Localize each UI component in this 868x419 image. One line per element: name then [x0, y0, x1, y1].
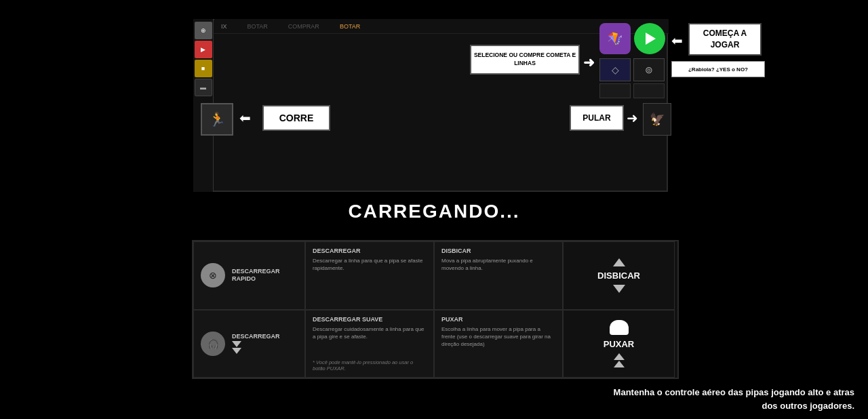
purple-icon[interactable]: 🪁: [599, 23, 631, 54]
arrow-left-corre: ⬅: [239, 110, 251, 126]
ctrl-disbicar-label: DISBICAR: [597, 271, 640, 281]
ctrl-descarregar-title: DESCARREGAR: [313, 247, 427, 254]
character-icon: 🏃: [209, 111, 226, 127]
play-button[interactable]: [634, 23, 665, 54]
rabiola-box[interactable]: ¿Rabiola? ¿YES o NO?: [671, 61, 765, 77]
sidebar-icon-orange[interactable]: ▶: [195, 41, 212, 58]
ctrl-puxar-tooltip: PUXAR Escolha a linha para mover a pipa …: [434, 310, 563, 378]
jump-char-icon: 🦅: [650, 112, 665, 127]
ctrl-slow-label-group: DESCARREGAR: [232, 333, 280, 354]
ctrl-descarregar-desc: Descarregar a linha para que a pipa se a…: [313, 257, 427, 272]
controls-panel: ⊗ DESCARREGAR RAPIDO DESCARREGAR Descarr…: [192, 240, 679, 379]
ctrl-disbicar-title: DISBICAR: [441, 247, 555, 254]
purple-icon-symbol: 🪁: [608, 31, 623, 46]
sidebar-icon-top[interactable]: ⊕: [195, 22, 212, 39]
pular-box: PULAR: [570, 105, 624, 131]
ctrl-fast-unload-label: DESCARREGAR RAPIDO: [232, 268, 298, 283]
topbar-item-botar2: BOTAR: [340, 23, 360, 30]
footer-line1: Mantenha o controle aéreo das pipas joga…: [614, 386, 854, 399]
chevron-up-icon: [613, 258, 625, 266]
rabiola-label: ¿Rabiola? ¿YES o NO?: [688, 66, 748, 73]
jump-char-box: 🦅: [643, 103, 671, 136]
topbar-item-botar1: BOTAR: [248, 23, 268, 30]
ctrl-note: * Você pode mantê-lo pressionado ao usar…: [313, 359, 427, 372]
sidebar-icon-yellow[interactable]: ■: [195, 60, 212, 77]
ctrl-suave-title: DESCARREGAR SUAVE: [313, 316, 427, 323]
spool-symbol: ⊚: [645, 64, 653, 75]
ctrl-disbicar-right: DISBICAR: [563, 241, 675, 310]
pular-label: PULAR: [583, 113, 610, 123]
arrow-right-select: ➜: [583, 54, 595, 71]
cloud-icon: [610, 320, 629, 335]
ctrl-puxar-right: PUXAR: [563, 310, 675, 378]
ctrl-slow-unload-label: DESCARREGAR: [232, 333, 280, 340]
kite-symbol-1: ◇: [612, 64, 619, 75]
double-chevron-down-icon: [232, 341, 280, 354]
arrow-right-pular: ➜: [627, 110, 638, 126]
ctrl-fast-unload-icon: ⊗: [201, 263, 225, 287]
ctrl-disbicar-tooltip: DISBICAR Mova a pipa abruptamente puxand…: [434, 241, 563, 310]
ctrl-puxar-label: PUXAR: [604, 339, 635, 349]
start-button[interactable]: COMEÇA A JOGAR: [688, 23, 762, 56]
select-cometa-label: SELECIONE OU COMPRE COMETA E LINHAS: [471, 52, 578, 68]
footer-line2: dos outros jogadores.: [614, 399, 854, 413]
footer-text: Mantenha o controle aéreo das pipas joga…: [614, 386, 854, 412]
ctrl-suave-tooltip: DESCARREGAR SUAVE Descarregar cuidadosam…: [305, 310, 434, 378]
headset-icon: 🎧: [208, 338, 219, 349]
ctrl-disbicar-desc: Mova a pipa abruptamente puxando e moven…: [441, 257, 555, 272]
ctrl-puxar-desc: Escolha a linha para mover a pipa para a…: [441, 325, 555, 348]
bottom-icon-1: [599, 83, 631, 98]
ctrl-descarregar-tooltip: DESCARREGAR Descarregar a linha para que…: [305, 241, 434, 310]
start-button-label: COMEÇA A JOGAR: [690, 28, 760, 51]
character-box: 🏃: [201, 103, 233, 136]
spool-icon-1: ⊚: [633, 58, 665, 81]
corre-label: CORRE: [279, 113, 314, 123]
kite-icon-1: ◇: [599, 58, 631, 81]
select-cometa-box[interactable]: SELECIONE OU COMPRE COMETA E LINHAS: [470, 45, 580, 75]
ctrl-puxar-title: PUXAR: [441, 316, 555, 323]
ctrl-slow-unload-icon: 🎧: [201, 332, 225, 356]
topbar-item-comprar: COMPRAR: [288, 23, 319, 30]
ctrl-slow-unload: 🎧 DESCARREGAR: [193, 310, 305, 378]
double-chevron-up-icon: [614, 353, 625, 367]
spool-icon-ctrl: ⊗: [209, 270, 217, 281]
carregando-text: CARREGANDO...: [0, 201, 868, 222]
chevron-down-icon: [613, 285, 625, 293]
play-triangle-icon: [646, 33, 656, 45]
topbar-item-ix: IX: [221, 23, 227, 30]
arrow-left-play: ⬅: [671, 33, 683, 49]
bottom-icon-2: [633, 83, 665, 98]
sidebar-icon-dark[interactable]: ▬: [195, 79, 212, 96]
ctrl-fast-unload: ⊗ DESCARREGAR RAPIDO: [193, 241, 305, 310]
ctrl-suave-desc: Descarregar cuidadosamente a linha para …: [313, 325, 427, 340]
corre-box: CORRE: [262, 105, 330, 131]
